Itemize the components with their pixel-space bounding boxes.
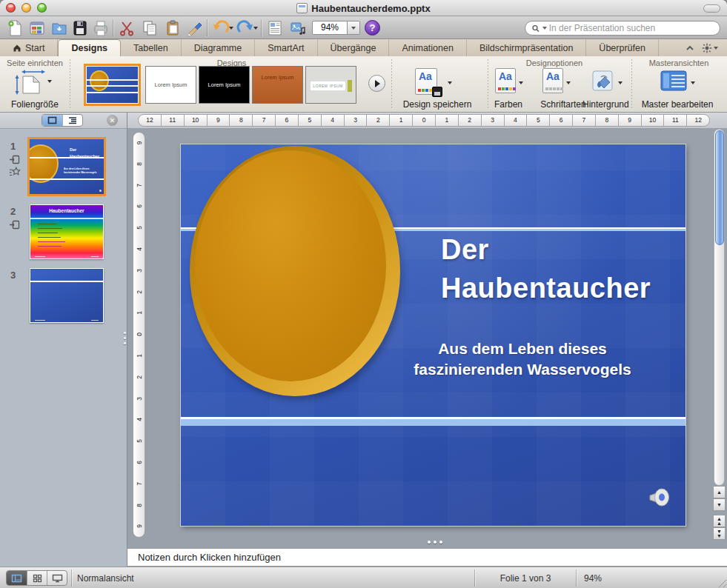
zoom-dropdown-button[interactable] — [348, 21, 360, 35]
scroll-up-button[interactable]: ▲ — [713, 486, 726, 498]
tab-animationen[interactable]: Animationen — [389, 39, 467, 56]
document-icon — [296, 3, 308, 13]
slides-pane-icon — [47, 116, 57, 124]
edit-master-dropdown-arrow — [691, 81, 695, 84]
slide-sorter-view-button[interactable] — [27, 571, 47, 585]
new-document-icon — [6, 19, 24, 37]
slide-title-text[interactable]: DerHaubentaucher — [441, 230, 651, 307]
toolbar-toggle-pill[interactable] — [703, 4, 720, 13]
copy-button[interactable] — [140, 19, 159, 37]
zoom-combo[interactable]: 94% — [312, 21, 348, 35]
theme-fonts-dropdown-arrow — [566, 81, 571, 84]
tab-diagramme[interactable]: Diagramme — [182, 39, 256, 56]
audio-speaker-icon[interactable] — [646, 485, 671, 510]
status-bar: Normalansicht Folie 1 von 3 94% — [0, 567, 727, 588]
show-formatting-button[interactable] — [265, 19, 285, 37]
zoom-percent-label: 94% — [584, 573, 602, 584]
redo-button[interactable] — [236, 19, 255, 37]
previous-slide-button[interactable]: ▲▲ — [713, 515, 726, 527]
gallery-button[interactable] — [27, 19, 47, 37]
cut-scissors-icon — [118, 19, 136, 37]
slide-size-icon — [13, 68, 46, 95]
standard-toolbar: 94% ? — [0, 16, 727, 39]
window-resize-grip[interactable] — [717, 578, 726, 587]
save-theme-dropdown-arrow — [448, 81, 452, 84]
transition-indicator-icon[interactable] — [9, 154, 21, 166]
gear-icon — [702, 43, 712, 53]
save-button[interactable] — [70, 19, 90, 37]
slide-number-1: 1 — [10, 141, 16, 152]
redo-icon — [236, 19, 254, 37]
more-themes-button[interactable] — [368, 75, 385, 92]
outline-pane-icon — [67, 116, 78, 124]
home-icon — [13, 44, 21, 53]
open-folder-icon — [50, 19, 68, 37]
slide-thumbnail-1[interactable]: DerHaubentaucher Aus dem Leben diesesfas… — [27, 137, 106, 196]
slide-canvas[interactable]: DerHaubentaucher Aus dem Leben diesesfas… — [181, 144, 685, 526]
slides-pane-button[interactable] — [42, 115, 62, 126]
outline-pane-button[interactable] — [62, 115, 83, 126]
theme-thumbnail-3[interactable]: Lorem Ipsum — [199, 66, 250, 104]
open-button[interactable] — [50, 19, 69, 37]
new-presentation-button[interactable] — [5, 19, 24, 37]
search-input[interactable] — [549, 23, 714, 33]
notes-splitter-handle[interactable] — [428, 541, 442, 544]
theme-thumbnail-4[interactable]: Lorem Ipsum — [252, 66, 303, 104]
close-navigator-button[interactable]: ✕ — [107, 115, 118, 126]
transition-indicator-icon[interactable] — [9, 219, 21, 231]
redo-dropdown-arrow[interactable] — [253, 27, 258, 30]
theme-thumbnail-5[interactable]: LOREM IPSUM — [305, 66, 356, 104]
slide-size-dropdown-arrow — [47, 80, 52, 83]
slide-circle-graphic[interactable] — [190, 146, 400, 396]
cut-button[interactable] — [117, 19, 136, 37]
tab-tabellen[interactable]: Tabellen — [121, 39, 182, 56]
search-field[interactable] — [525, 21, 720, 36]
paste-button[interactable] — [163, 19, 182, 37]
collapse-ribbon-icon[interactable] — [685, 44, 694, 51]
tab-designs[interactable]: Designs — [58, 39, 121, 56]
help-button[interactable]: ? — [365, 20, 380, 36]
search-scope-arrow[interactable] — [542, 27, 547, 30]
theme-thumbnail-2[interactable]: Lorem Ipsum — [145, 66, 196, 104]
scrollbar-thumb[interactable] — [715, 130, 724, 245]
vertical-scrollbar[interactable] — [714, 129, 725, 486]
slide-number-2: 2 — [10, 206, 16, 217]
media-browser-button[interactable] — [288, 19, 308, 37]
save-floppy-icon — [71, 19, 89, 37]
slide-thumbnail-3[interactable] — [30, 268, 104, 323]
toolbar-separator — [207, 19, 208, 36]
media-browser-icon — [289, 19, 307, 37]
slide-thumbnail-2[interactable]: Haubentaucher — [30, 204, 104, 259]
edit-master-icon — [660, 70, 688, 92]
slide-navigator: ✕ 1 DerHaubentaucher Aus dem Leben diese… — [0, 113, 127, 567]
tab-smartart[interactable]: SmartArt — [255, 39, 317, 56]
window-title: Haubentaucherdemo.pptx — [311, 3, 430, 14]
next-slide-button[interactable]: ▼▼ — [713, 527, 726, 540]
print-button[interactable] — [91, 19, 110, 37]
tab-ueberpruefen[interactable]: Überprüfen — [586, 39, 659, 56]
tab-bildschirmpraesentation[interactable]: Bildschirmpräsentation — [467, 39, 586, 56]
group-label-master-views: Masteransichten — [634, 59, 723, 67]
tab-start[interactable]: Start — [0, 39, 58, 56]
normal-view-button[interactable] — [7, 571, 27, 585]
slide-position-label: Folie 1 von 3 — [476, 573, 575, 584]
view-switcher — [6, 570, 67, 586]
theme-thumbnail-current[interactable] — [84, 64, 141, 106]
gear-dropdown-arrow — [714, 47, 718, 50]
undo-button[interactable] — [211, 19, 230, 37]
search-icon — [531, 24, 540, 33]
notes-pane[interactable]: Notizen durch Klicken hinzufügen — [127, 548, 727, 567]
animation-indicator-icon[interactable] — [9, 166, 21, 178]
notes-placeholder: Notizen durch Klicken hinzufügen — [138, 552, 281, 563]
undo-dropdown-arrow[interactable] — [229, 27, 233, 30]
scroll-down-button[interactable]: ▼ — [713, 498, 726, 511]
tab-uebergaenge[interactable]: Übergänge — [318, 39, 390, 56]
format-painter-button[interactable] — [185, 19, 204, 37]
slide-sorter-icon — [33, 574, 42, 583]
horizontal-ruler: 1211109876543210123456789101112 — [138, 114, 710, 127]
ribbon-settings-gear[interactable] — [702, 43, 718, 53]
slideshow-view-button[interactable] — [47, 571, 67, 585]
theme-colors-icon — [495, 68, 516, 93]
pane-splitter-grip[interactable] — [124, 332, 126, 344]
slide-subtitle-text[interactable]: Aus dem Leben diesesfaszinierenden Wasse… — [400, 338, 645, 380]
